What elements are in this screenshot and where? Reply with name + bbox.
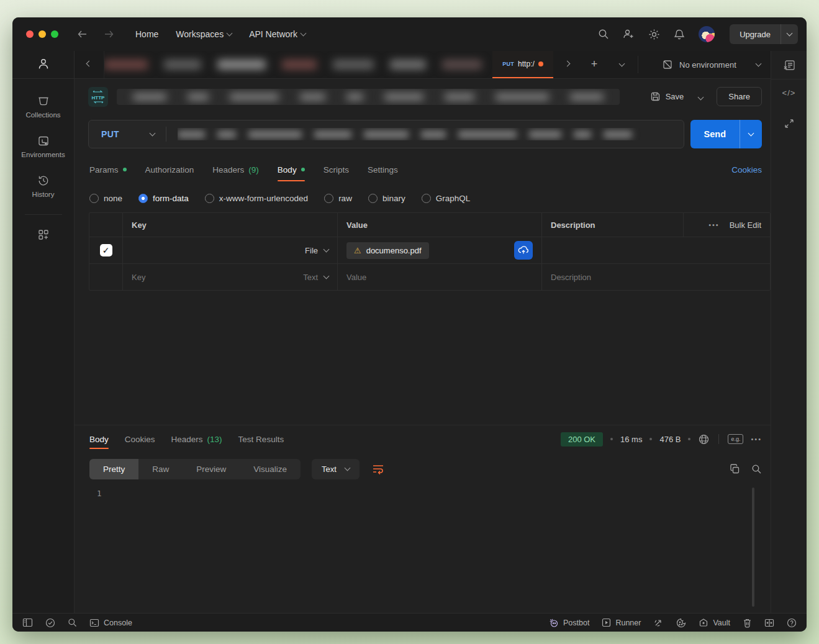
radio-graphql[interactable]: GraphQL: [422, 194, 471, 203]
radio-none[interactable]: none: [89, 194, 122, 203]
active-request-tab[interactable]: PUT http:/: [492, 51, 553, 78]
body-active-dot: [301, 168, 305, 171]
view-preview[interactable]: Preview: [183, 459, 240, 479]
tab-options-button[interactable]: [608, 51, 635, 78]
invite-user-icon[interactable]: [623, 29, 635, 40]
forward-button[interactable]: [103, 29, 114, 39]
tab-body[interactable]: Body: [278, 154, 305, 185]
view-raw[interactable]: Raw: [138, 459, 183, 479]
radio-form-data[interactable]: form-data: [138, 194, 189, 203]
upgrade-dropdown-button[interactable]: [781, 24, 798, 44]
selected-file-chip[interactable]: ⚠ documenso.pdf: [346, 242, 429, 259]
response-scrollbar[interactable]: [752, 488, 754, 607]
send-button[interactable]: Send: [690, 120, 740, 148]
tab-scripts[interactable]: Scripts: [324, 154, 349, 185]
find-icon[interactable]: [68, 618, 77, 627]
environment-quick-look-icon[interactable]: [771, 51, 807, 79]
add-tab-button[interactable]: +: [581, 51, 608, 78]
save-options-button[interactable]: [694, 88, 708, 105]
response-tab-test-results[interactable]: Test Results: [238, 425, 284, 453]
save-as-example-button[interactable]: e.g.: [728, 434, 743, 444]
save-button[interactable]: Save: [645, 88, 689, 106]
upload-file-button[interactable]: [514, 241, 533, 260]
value-type-dropdown[interactable]: Text: [303, 273, 328, 282]
send-options-button[interactable]: [740, 120, 762, 148]
scroll-tabs-left-button[interactable]: [75, 51, 104, 78]
nav-home[interactable]: Home: [135, 29, 158, 39]
response-more-options[interactable]: •••: [751, 435, 762, 443]
radio-binary[interactable]: binary: [368, 194, 405, 203]
nav-workspaces[interactable]: Workspaces: [176, 29, 232, 39]
redacted-url-input[interactable]: [178, 128, 672, 140]
sidebar-item-label: History: [32, 191, 55, 198]
method-selector[interactable]: PUT: [89, 129, 166, 139]
split-pane-icon[interactable]: [764, 619, 774, 627]
response-tab-headers[interactable]: Headers(13): [171, 425, 222, 453]
upgrade-button-group: Upgrade: [730, 24, 798, 44]
trash-icon[interactable]: [743, 618, 752, 628]
code-snippet-icon[interactable]: </>: [782, 88, 796, 98]
radio-circle: [324, 194, 333, 203]
sidebar-configure-tools-button[interactable]: [37, 229, 50, 241]
upgrade-button[interactable]: Upgrade: [730, 30, 781, 39]
right-rail: </>: [771, 51, 807, 613]
help-icon[interactable]: [787, 618, 797, 628]
redacted-request-name[interactable]: [117, 89, 620, 105]
scroll-tabs-right-button[interactable]: [553, 51, 581, 78]
value-input[interactable]: Value: [346, 273, 366, 282]
notifications-bell-icon[interactable]: [674, 29, 685, 40]
response-body-editor[interactable]: 1: [75, 485, 807, 613]
sidebar-item-collections[interactable]: Collections: [25, 95, 60, 119]
value-type-dropdown[interactable]: File: [305, 246, 328, 255]
description-input[interactable]: Description: [551, 273, 591, 282]
settings-gear-icon[interactable]: [648, 29, 660, 40]
cookies-link[interactable]: Cookies: [731, 165, 762, 175]
search-icon[interactable]: [598, 29, 609, 40]
cookies-icon[interactable]: [676, 618, 686, 628]
method-label: PUT: [101, 129, 119, 139]
console-button[interactable]: Console: [89, 619, 132, 627]
vault-button[interactable]: Vault: [699, 618, 730, 627]
view-pretty[interactable]: Pretty: [89, 459, 138, 479]
traffic-lights: [26, 30, 58, 38]
close-window-button[interactable]: [26, 30, 34, 38]
bulk-edit-button[interactable]: Bulk Edit: [730, 220, 761, 230]
redacted-tabs[interactable]: [104, 51, 492, 78]
nav-api-network[interactable]: API Network: [249, 29, 305, 39]
form-data-table: Key Value Description ••• Bulk Edit ✓ Fi…: [89, 212, 771, 291]
tab-headers[interactable]: Headers(9): [212, 154, 259, 185]
vault-icon: [699, 618, 708, 627]
view-visualize[interactable]: Visualize: [240, 459, 301, 479]
environment-selector[interactable]: No environment: [652, 51, 771, 78]
radio-raw[interactable]: raw: [324, 194, 352, 203]
radio-x-www-form-urlencoded[interactable]: x-www-form-urlencoded: [205, 194, 308, 203]
capture-requests-icon[interactable]: [653, 618, 664, 628]
checkpoint-icon[interactable]: [45, 618, 55, 628]
response-tab-body[interactable]: Body: [89, 425, 109, 453]
share-button[interactable]: Share: [717, 87, 762, 106]
back-button[interactable]: [77, 29, 88, 39]
search-response-icon[interactable]: [751, 464, 762, 474]
key-input[interactable]: Key: [132, 273, 145, 282]
network-globe-icon[interactable]: [698, 433, 710, 445]
sidebar-item-environments[interactable]: Environments: [21, 135, 65, 158]
row-checkbox-checked[interactable]: ✓: [100, 244, 112, 256]
runner-button[interactable]: Runner: [602, 618, 641, 627]
postbot-button[interactable]: Postbot: [549, 618, 589, 628]
copy-response-icon[interactable]: [730, 464, 740, 474]
expand-panel-icon[interactable]: [784, 119, 794, 129]
tab-params[interactable]: Params: [89, 154, 127, 185]
tab-settings[interactable]: Settings: [368, 154, 398, 185]
my-workspace-user-icon[interactable]: [37, 57, 50, 71]
table-more-options[interactable]: •••: [708, 221, 720, 229]
user-avatar[interactable]: [699, 26, 715, 42]
response-format-dropdown[interactable]: Text: [312, 459, 360, 479]
toggle-sidebar-icon[interactable]: [22, 618, 33, 627]
minimize-window-button[interactable]: [38, 30, 46, 38]
response-tab-cookies[interactable]: Cookies: [125, 425, 155, 453]
zoom-window-button[interactable]: [51, 30, 58, 38]
description-input[interactable]: [542, 237, 770, 263]
sidebar-item-history[interactable]: History: [32, 175, 55, 198]
tab-authorization[interactable]: Authorization: [145, 154, 194, 185]
wrap-lines-icon[interactable]: [372, 463, 384, 474]
